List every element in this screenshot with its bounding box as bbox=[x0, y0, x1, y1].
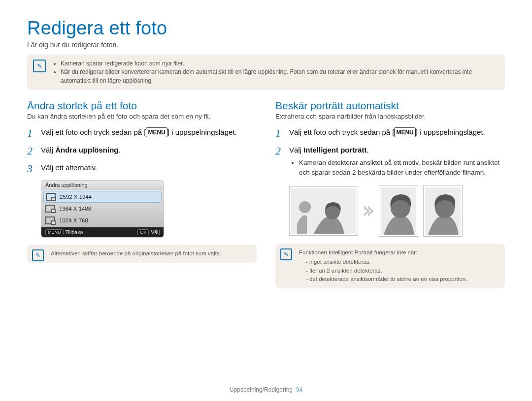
lcd-select[interactable]: OKVälj bbox=[137, 229, 160, 235]
step-text: Välj ett alternativ. bbox=[41, 162, 257, 174]
step-text: ] i uppspelningsläget. bbox=[416, 128, 485, 136]
left-heading: Ändra storlek på ett foto bbox=[27, 100, 257, 112]
resolution-label: 1984 X 1488 bbox=[59, 206, 91, 212]
menu-button-label: MENU bbox=[394, 127, 415, 137]
step-text: Välj ett foto och tryck sedan på [ bbox=[289, 128, 394, 136]
step-number: 2 bbox=[27, 145, 41, 157]
resolution-icon bbox=[46, 193, 56, 201]
step-1: 1 Välj ett foto och tryck sedan på [MENU… bbox=[27, 127, 257, 140]
page-footer: Uppspelning/Redigering 94 bbox=[0, 386, 532, 393]
left-note: ✎ Alternativen skiftar beroende på origi… bbox=[27, 245, 257, 263]
note-item: inget ansikte detekteras. bbox=[306, 258, 498, 266]
footer-section: Uppspelning/Redigering bbox=[230, 386, 293, 393]
resolution-label: 2592 X 1944 bbox=[60, 194, 92, 200]
page-subtitle: Lär dig hur du redigerar foton. bbox=[27, 41, 505, 49]
step-1: 1 Välj ett foto och tryck sedan på [MENU… bbox=[275, 127, 505, 140]
portrait-crop bbox=[379, 185, 418, 237]
camera-lcd: Ändra upplösning 2592 X 1944 1984 X 1488… bbox=[41, 180, 164, 238]
step-text: Välj bbox=[41, 146, 55, 154]
resolution-label: 1024 X 768 bbox=[59, 217, 88, 223]
arrow-right-icon bbox=[363, 204, 374, 218]
step-number: 1 bbox=[27, 127, 41, 140]
menu-pill: MENU bbox=[45, 229, 64, 235]
resolution-option[interactable]: 1024 X 768 bbox=[41, 215, 164, 226]
step-text: . bbox=[367, 146, 369, 154]
note-item: det detekterade ansiktsområdet är större… bbox=[306, 275, 498, 283]
note-text: Alternativen skiftar beroende på origina… bbox=[51, 250, 221, 256]
top-note-item: När du redigerar bilder konvertererar ka… bbox=[61, 68, 498, 85]
portrait-crop bbox=[423, 185, 463, 237]
note-item: fler än 2 ansikten detekteras. bbox=[306, 267, 498, 275]
lcd-select-label: Välj bbox=[151, 229, 160, 235]
step-number: 3 bbox=[27, 162, 41, 175]
ok-pill: OK bbox=[137, 229, 149, 235]
lcd-title: Ändra upplösning bbox=[41, 181, 164, 190]
left-column: Ändra storlek på ett foto Du kan ändra s… bbox=[27, 100, 257, 288]
footer-page-number: 94 bbox=[296, 386, 302, 393]
note-icon: ✎ bbox=[33, 60, 46, 72]
note-icon: ✎ bbox=[32, 249, 44, 261]
page-title: Redigera ett foto bbox=[27, 18, 505, 39]
landscape-photo bbox=[289, 186, 358, 236]
manual-page: Redigera ett foto Lär dig hur du rediger… bbox=[0, 0, 532, 401]
resolution-option[interactable]: 1984 X 1488 bbox=[41, 203, 164, 215]
step-bold: Intelligent porträtt bbox=[303, 146, 366, 154]
lcd-back[interactable]: MENUTillbaka bbox=[45, 229, 83, 235]
step-text: Välj bbox=[289, 146, 303, 154]
svg-point-1 bbox=[299, 201, 311, 213]
step-bullet: Kameran detekterar ansiktet på ett motiv… bbox=[299, 158, 505, 178]
right-note: ✎ Funktionen Intelligent Portrait funger… bbox=[275, 244, 505, 288]
step-3: 3 Välj ett alternativ. bbox=[27, 162, 257, 175]
note-title: Funktionen Intelligent Portrait fungerar… bbox=[299, 248, 498, 257]
step-number: 1 bbox=[275, 127, 289, 140]
step-2: 2 Välj Ändra upplösning. bbox=[27, 145, 257, 157]
step-text: Välj ett foto och tryck sedan på [ bbox=[41, 128, 146, 136]
resolution-option[interactable]: 2592 X 1944 bbox=[43, 191, 162, 203]
right-heading: Beskär porträtt automatiskt bbox=[275, 100, 505, 112]
step-text: . bbox=[119, 146, 121, 154]
step-2: 2 Välj Intelligent porträtt. Kameran det… bbox=[275, 145, 505, 179]
note-icon: ✎ bbox=[280, 248, 292, 260]
resolution-icon bbox=[45, 216, 55, 224]
lcd-back-label: Tillbaka bbox=[66, 229, 83, 235]
left-lead: Du kan ändra storleken på ett foto och s… bbox=[27, 113, 257, 120]
step-number: 2 bbox=[275, 145, 289, 157]
step-text: ] i uppspelningsläget. bbox=[167, 128, 237, 136]
top-note: ✎ Kameran sparar redigerade foton som ny… bbox=[27, 55, 505, 90]
menu-button-label: MENU bbox=[146, 127, 167, 137]
portrait-illustration bbox=[289, 185, 505, 237]
step-bold: Ändra upplösning bbox=[55, 146, 118, 154]
right-lead: Extrahera och spara närbilder från lands… bbox=[275, 113, 505, 120]
top-note-item: Kameran sparar redigerade foton som nya … bbox=[61, 60, 498, 68]
resolution-icon bbox=[45, 205, 55, 213]
right-column: Beskär porträtt automatiskt Extrahera oc… bbox=[275, 100, 505, 288]
